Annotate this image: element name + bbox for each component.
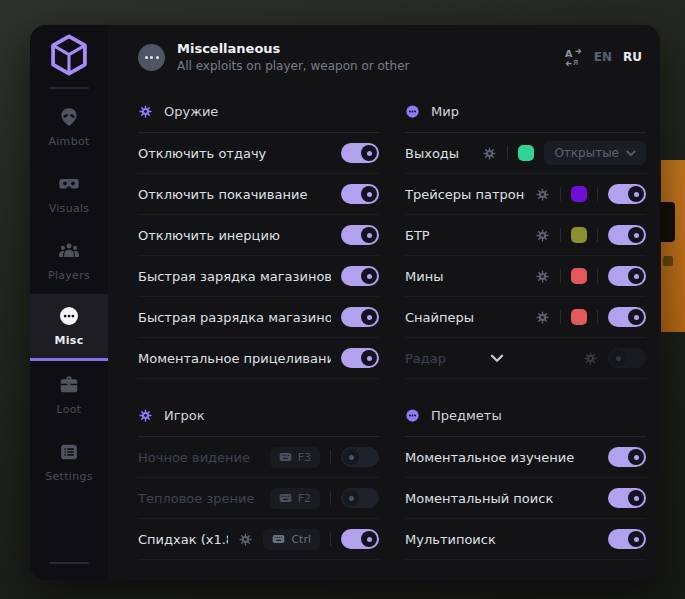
gear-icon[interactable]: [535, 187, 550, 202]
background-game-sign: [661, 160, 685, 332]
divider: [330, 532, 331, 546]
row-label: Радар: [405, 351, 446, 366]
color-swatch[interactable]: [518, 145, 534, 161]
row-label: Снайперы: [405, 310, 525, 325]
sidebar-item-label: Loot: [57, 403, 82, 416]
exits-dropdown[interactable]: Открытые: [544, 141, 646, 165]
toggle-on[interactable]: [341, 348, 379, 368]
row-label: Моментальный поиск: [405, 491, 598, 506]
sidebar-item-loot[interactable]: Loot: [30, 361, 108, 428]
sidebar-item-misc[interactable]: Misc: [30, 294, 108, 361]
row-mines: Мины: [405, 256, 646, 297]
toggle-on[interactable]: [341, 225, 379, 245]
row-bullet-tracers: Трейсеры патронов: [405, 174, 646, 215]
row-label: Моментальное прицеливание: [138, 351, 331, 366]
divider: [560, 269, 561, 283]
sidebar-item-label: Settings: [45, 470, 93, 483]
row-speedhack: Спидхак (x1.8) Ctrl: [138, 519, 379, 560]
gear-icon[interactable]: [238, 532, 253, 547]
hotkey-badge[interactable]: Ctrl: [263, 529, 320, 550]
language-ru-button[interactable]: RU: [623, 50, 642, 64]
row-disable-recoil: Отключить отдачу: [138, 133, 379, 174]
row-btr: БТР: [405, 215, 646, 256]
row-instant-aim: Моментальное прицеливание: [138, 338, 379, 379]
chevron-down-icon: [626, 150, 636, 157]
people-icon: [58, 240, 80, 262]
toggle-on[interactable]: [341, 307, 379, 327]
hotkey-badge[interactable]: F2: [270, 488, 320, 509]
main-content: Оружие Отключить отдачу Отключить покачи…: [108, 89, 660, 560]
row-snipers: Снайперы: [405, 297, 646, 338]
sidebar-item-aimbot[interactable]: Aimbot: [30, 93, 108, 160]
sidebar-item-label: Players: [48, 269, 90, 282]
row-fast-unload: Быстрая разрядка магазинов: [138, 297, 379, 338]
hotkey-badge[interactable]: F3: [270, 447, 320, 468]
keyboard-icon: [279, 493, 292, 503]
briefcase-icon: [58, 374, 80, 396]
row-fast-reload: Быстрая зарядка магазинов: [138, 256, 379, 297]
divider: [330, 450, 331, 464]
section-weapon: Оружие Отключить отдачу Отключить покачи…: [138, 91, 379, 379]
row-label: Быстрая зарядка магазинов: [138, 269, 331, 284]
page-header: Miscellaneous All exploits on player, we…: [108, 25, 660, 89]
row-multisearch: Мультипоиск: [405, 519, 646, 560]
row-instant-search: Моментальный поиск: [405, 478, 646, 519]
translate-icon[interactable]: [564, 48, 583, 67]
row-label: БТР: [405, 228, 525, 243]
sidebar-item-visuals[interactable]: Visuals: [30, 160, 108, 227]
sidebar-item-settings[interactable]: Settings: [30, 428, 108, 495]
sidebar-item-players[interactable]: Players: [30, 227, 108, 294]
sidebar-item-label: Misc: [55, 334, 84, 347]
row-label: Тепловое зрение: [138, 491, 260, 506]
toggle-on[interactable]: [608, 225, 646, 245]
ellipsis-circle-icon: [405, 104, 420, 119]
chevron-down-icon[interactable]: [490, 354, 504, 363]
color-swatch[interactable]: [571, 309, 587, 325]
gear-icon[interactable]: [535, 269, 550, 284]
sidebar: Aimbot Visuals Players Misc Loot Setting…: [30, 25, 108, 580]
row-label: Ночное видение: [138, 450, 260, 465]
row-instant-examine: Моментальное изучение: [405, 437, 646, 478]
language-en-button[interactable]: EN: [594, 50, 612, 64]
row-radar: Радар: [405, 338, 646, 379]
gear-icon[interactable]: [482, 146, 497, 161]
gear-icon[interactable]: [535, 228, 550, 243]
section-title: Предметы: [431, 408, 502, 423]
page-subtitle: All exploits on player, weapon or other: [177, 59, 409, 73]
row-night-vision: Ночное видение F3: [138, 437, 379, 478]
toggle-on[interactable]: [608, 266, 646, 286]
section-player: Игрок Ночное видение F3 Тепловое зрение: [138, 395, 379, 560]
toggle-on[interactable]: [341, 143, 379, 163]
row-label: Отключить инерцию: [138, 228, 331, 243]
divider: [560, 187, 561, 201]
row-disable-inertia: Отключить инерцию: [138, 215, 379, 256]
toggle-off[interactable]: [341, 488, 379, 508]
vr-goggles-icon: [58, 173, 80, 195]
row-label: Трейсеры патронов: [405, 187, 525, 202]
toggle-on[interactable]: [608, 307, 646, 327]
row-exits: Выходы Открытые: [405, 133, 646, 174]
gear-icon[interactable]: [535, 310, 550, 325]
row-disable-sway: Отключить покачивание: [138, 174, 379, 215]
toggle-on[interactable]: [341, 529, 379, 549]
color-swatch[interactable]: [571, 268, 587, 284]
ellipsis-circle-icon: [138, 44, 165, 71]
gear-icon[interactable]: [583, 351, 598, 366]
row-thermal-vision: Тепловое зрение F2: [138, 478, 379, 519]
toggle-on[interactable]: [341, 184, 379, 204]
toggle-on[interactable]: [341, 266, 379, 286]
toggle-on[interactable]: [608, 184, 646, 204]
keyboard-icon: [272, 534, 285, 544]
toggle-on[interactable]: [608, 488, 646, 508]
color-swatch[interactable]: [571, 186, 587, 202]
left-column: Оружие Отключить отдачу Отключить покачи…: [138, 91, 379, 560]
toggle-on[interactable]: [608, 447, 646, 467]
divider: [597, 187, 598, 201]
section-title: Игрок: [164, 408, 205, 423]
section-title: Мир: [431, 104, 459, 119]
row-label: Отключить отдачу: [138, 146, 331, 161]
toggle-off[interactable]: [608, 348, 646, 368]
toggle-on[interactable]: [608, 529, 646, 549]
toggle-off[interactable]: [341, 447, 379, 467]
color-swatch[interactable]: [571, 227, 587, 243]
